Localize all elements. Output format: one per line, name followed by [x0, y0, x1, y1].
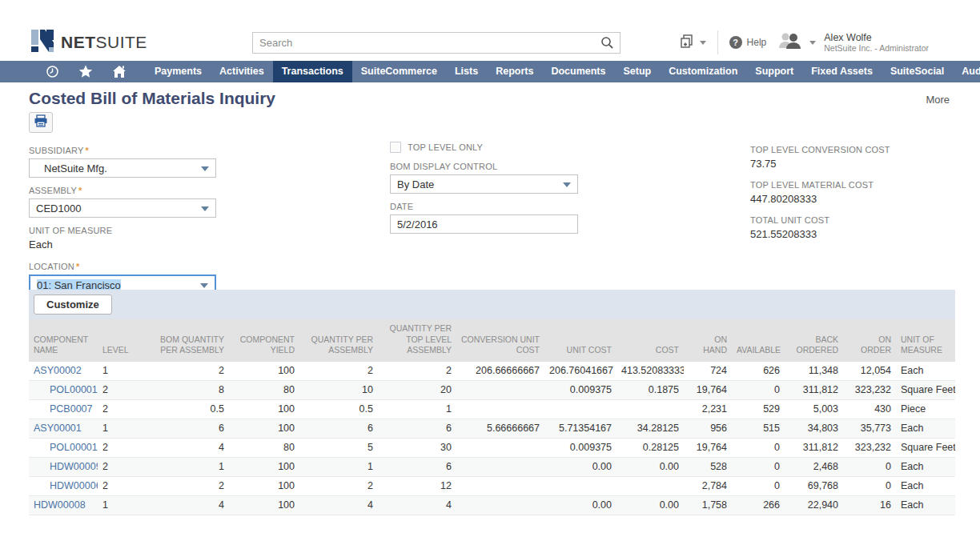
chevron-down-icon — [809, 41, 816, 45]
table-row: POL0000124805300.0093750.2812519,7640311… — [29, 438, 955, 457]
recent-records-icon[interactable] — [35, 61, 69, 82]
chevron-down-icon — [201, 166, 209, 171]
customize-button[interactable]: Customize — [34, 295, 112, 315]
top-right-menu: ? Help Alex Wolfe NetSuite Inc. - Admini… — [680, 30, 929, 54]
table-body: ASY000021210022206.66666667206.760416674… — [29, 362, 955, 515]
cell-component-yield: 100 — [229, 495, 299, 515]
subsidiary-label: SUBSIDIARY* — [29, 146, 216, 155]
cell-on-hand: 724 — [684, 362, 732, 381]
search-input[interactable] — [253, 37, 600, 49]
cell-component-yield: 100 — [229, 419, 299, 438]
nav-item-suitesocial[interactable]: SuiteSocial — [882, 61, 953, 82]
cell-unit-of-measure: Square Feet — [896, 380, 955, 399]
column-header-back-ordered: BACK ORDERED — [785, 319, 843, 362]
cell-component-yield: 100 — [229, 399, 299, 419]
cell-bom-quantity-per-assembly: 1 — [146, 457, 229, 476]
cell-conversion-unit-cost — [456, 438, 544, 457]
cell-level: 2 — [98, 399, 146, 419]
bom-table: COMPONENT NAMELEVELBOM QUANTITY PER ASSE… — [29, 319, 955, 515]
home-icon[interactable] — [102, 61, 136, 82]
help-menu[interactable]: ? Help — [729, 36, 767, 49]
column-header-bom-quantity-per-assembly: BOM QUANTITY PER ASSEMBLY — [146, 319, 229, 362]
component-link[interactable]: POL00001 — [50, 442, 98, 453]
nav-item-lists[interactable]: Lists — [446, 61, 487, 82]
bom-display-control-select[interactable]: By Date — [390, 174, 578, 194]
cell-quantity-per-top-level-assembly: 6 — [378, 419, 456, 438]
cell-available: 266 — [732, 495, 785, 515]
netsuite-logo-icon — [30, 29, 54, 56]
create-new-menu[interactable] — [680, 34, 706, 52]
netsuite-logo[interactable]: NETSUITE — [30, 29, 147, 56]
column-header-unit-cost: UNIT COST — [544, 319, 617, 362]
top-level-conversion-cost-value: 73.75 — [750, 158, 958, 170]
chevron-down-icon — [201, 206, 209, 211]
nav-item-transactions[interactable]: Transactions — [273, 61, 352, 82]
cell-on-hand: 19,764 — [684, 438, 732, 457]
nav-item-activities[interactable]: Activities — [211, 61, 273, 82]
nav-item-documents[interactable]: Documents — [542, 61, 614, 82]
nav-item-audit-trail[interactable]: Audit Trail — [953, 61, 980, 82]
component-link[interactable]: ASY00002 — [34, 365, 82, 376]
component-link[interactable]: HDW00009 — [50, 461, 98, 472]
column-header-cost: COST — [617, 319, 684, 362]
cell-unit-cost — [544, 399, 617, 419]
cell-on-order: 323,232 — [843, 438, 896, 457]
print-button[interactable] — [29, 112, 53, 133]
cell-unit-of-measure: Each — [896, 362, 955, 381]
cell-conversion-unit-cost: 5.66666667 — [456, 419, 544, 438]
table-row: PCB000720.51000.512,2315295,003430Piece — [29, 399, 955, 419]
search-icon[interactable] — [600, 36, 614, 50]
nav-item-setup[interactable]: Setup — [614, 61, 660, 82]
cell-unit-cost: 5.71354167 — [544, 419, 617, 438]
user-menu[interactable]: Alex Wolfe NetSuite Inc. - Administrator — [777, 32, 929, 54]
netsuite-app: NETSUITE ? Help — [0, 0, 980, 541]
cell-back-ordered: 311,812 — [785, 438, 843, 457]
printer-icon — [34, 114, 48, 130]
component-name-cell: HDW00008 — [29, 495, 98, 515]
cell-unit-of-measure: Each — [896, 457, 955, 476]
column-header-component-name: COMPONENT NAME — [29, 319, 98, 362]
cell-quantity-per-top-level-assembly: 20 — [378, 380, 456, 399]
cell-quantity-per-assembly: 0.5 — [299, 399, 378, 419]
cell-unit-cost — [544, 476, 617, 495]
subsidiary-select[interactable]: NetSuite Mfg. — [29, 158, 216, 178]
nav-item-reports[interactable]: Reports — [487, 61, 542, 82]
shortcuts-star-icon[interactable] — [69, 61, 102, 82]
column-header-level: LEVEL — [98, 319, 146, 362]
unit-of-measure-label: UNIT OF MEASURE — [29, 226, 216, 235]
cell-unit-cost: 0.00 — [544, 495, 617, 515]
nav-item-customization[interactable]: Customization — [660, 61, 746, 82]
required-asterisk: * — [85, 146, 88, 155]
component-link[interactable]: HDW00008 — [34, 499, 86, 511]
cell-component-yield: 80 — [229, 438, 299, 457]
cell-conversion-unit-cost — [456, 457, 544, 476]
bom-table-section: Customize COMPONENT NAMELEVELBOM QUANTIT… — [29, 290, 955, 515]
main-navbar: PaymentsActivitiesTransactionsSuiteComme… — [0, 61, 980, 82]
cell-quantity-per-top-level-assembly: 6 — [378, 457, 456, 476]
component-link[interactable]: POL00001 — [50, 384, 98, 395]
component-link[interactable]: HDW00006 — [50, 480, 98, 491]
unit-of-measure-value: Each — [29, 238, 216, 250]
table-row: HDW00006221002122,784069,7680Each — [29, 476, 955, 495]
nav-item-payments[interactable]: Payments — [146, 61, 211, 82]
cell-quantity-per-assembly: 1 — [299, 457, 378, 476]
cell-cost: 0.00 — [617, 495, 684, 515]
nav-item-support[interactable]: Support — [746, 61, 802, 82]
cell-available: 0 — [732, 380, 785, 399]
cell-unit-of-measure: Piece — [896, 399, 955, 419]
component-name-cell: HDW00009 — [29, 457, 98, 476]
required-asterisk: * — [78, 186, 82, 195]
nav-item-fixed-assets[interactable]: Fixed Assets — [802, 61, 882, 82]
cell-available: 0 — [732, 476, 785, 495]
top-level-only-checkbox[interactable] — [390, 142, 401, 153]
date-input[interactable] — [390, 214, 578, 234]
cell-component-yield: 100 — [229, 362, 299, 381]
cell-bom-quantity-per-assembly: 2 — [146, 476, 229, 495]
column-header-unit-of-measure: UNIT OF MEASURE — [896, 319, 955, 362]
more-link[interactable]: More — [926, 94, 950, 106]
nav-item-suitecommerce[interactable]: SuiteCommerce — [352, 61, 446, 82]
component-link[interactable]: ASY00001 — [34, 423, 82, 434]
cell-unit-cost: 0.009375 — [544, 438, 617, 457]
assembly-select[interactable]: CED1000 — [29, 198, 216, 218]
component-link[interactable]: PCB0007 — [50, 403, 93, 415]
